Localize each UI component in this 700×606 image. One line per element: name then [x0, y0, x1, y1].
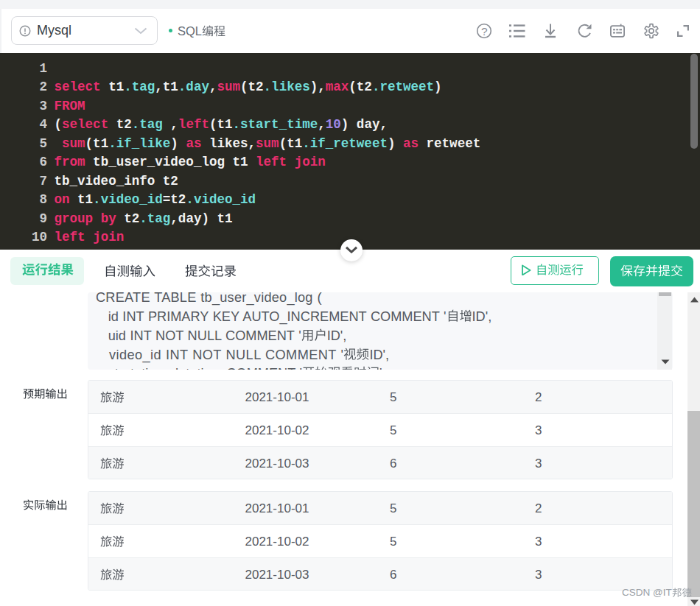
svg-text:?: ?	[481, 25, 488, 38]
